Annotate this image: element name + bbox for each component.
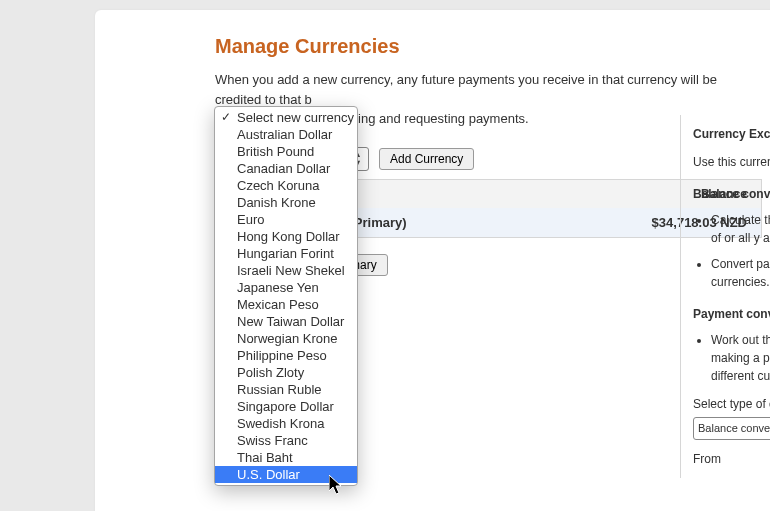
currency-option[interactable]: Swiss Franc [215, 432, 357, 449]
currency-option[interactable]: Mexican Peso [215, 296, 357, 313]
sidebar-balance-heading: Balance conver [693, 185, 770, 203]
currency-option[interactable]: Israeli New Shekel [215, 262, 357, 279]
list-item: Convert part currencies. [711, 255, 770, 291]
currency-option[interactable]: Euro [215, 211, 357, 228]
currency-option[interactable]: Swedish Krona [215, 415, 357, 432]
currency-option[interactable]: Philippine Peso [215, 347, 357, 364]
currency-option[interactable]: Thai Baht [215, 449, 357, 466]
currency-option[interactable]: Hungarian Forint [215, 245, 357, 262]
currency-option[interactable]: Danish Krone [215, 194, 357, 211]
list-item: Calculate the part of or all y another. [711, 211, 770, 247]
currency-option[interactable]: Select new currency [215, 109, 357, 126]
page-title: Manage Currencies [215, 35, 760, 58]
page-root: Manage Currencies When you add a new cur… [0, 0, 770, 511]
add-currency-button[interactable]: Add Currency [379, 148, 474, 170]
content-card: Manage Currencies When you add a new cur… [95, 10, 770, 511]
sidebar-balance-list: Calculate the part of or all y another. … [711, 211, 770, 291]
currency-option[interactable]: Japanese Yen [215, 279, 357, 296]
currency-option[interactable]: Polish Zloty [215, 364, 357, 381]
currency-option[interactable]: New Taiwan Dollar [215, 313, 357, 330]
sidebar-payment-list: Work out the making a pur different curr [711, 331, 770, 385]
sidebar-title: Currency Exchanc [693, 125, 770, 143]
sidebar-payment-heading: Payment conve [693, 305, 770, 323]
list-item: Work out the making a pur different curr [711, 331, 770, 385]
currency-option[interactable]: Russian Ruble [215, 381, 357, 398]
conversion-type-select[interactable]: Balance conve ▲▼ [693, 417, 770, 440]
intro-line1: When you add a new currency, any future … [215, 72, 717, 107]
currency-option[interactable]: Australian Dollar [215, 126, 357, 143]
sidebar-select-label: Select type of cu [693, 395, 770, 413]
conversion-type-value: Balance conve [698, 420, 770, 437]
currency-option[interactable]: Czech Koruna [215, 177, 357, 194]
sidebar: Currency Exchanc Use this currenc Balanc… [680, 115, 770, 478]
currency-option[interactable]: British Pound [215, 143, 357, 160]
currency-option[interactable]: Hong Kong Dollar [215, 228, 357, 245]
currency-option[interactable]: Singapore Dollar [215, 398, 357, 415]
currency-option[interactable]: U.S. Dollar [215, 466, 357, 483]
sidebar-intro: Use this currenc [693, 153, 770, 171]
currency-option[interactable]: Norwegian Krone [215, 330, 357, 347]
currency-dropdown-list[interactable]: Select new currencyAustralian DollarBrit… [214, 106, 358, 486]
currency-option[interactable]: Canadian Dollar [215, 160, 357, 177]
sidebar-from-label: From [693, 450, 770, 468]
